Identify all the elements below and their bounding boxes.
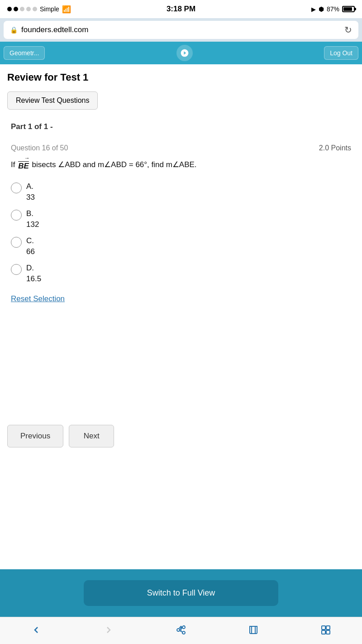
options-list: A. 33 B. 132 C. 66 — [11, 182, 351, 284]
option-a-label: A. — [26, 182, 33, 191]
review-test-questions-button[interactable]: Review Test Questions — [7, 91, 98, 110]
url-text: 🔒 founders.edtell.com — [10, 25, 88, 34]
option-d-label: D. — [26, 264, 34, 272]
status-bar: Simple 📶 3:18 PM ▶ ⬢ 87% — [0, 0, 362, 18]
switch-to-full-view-button[interactable]: Switch to Full View — [84, 580, 278, 606]
option-d[interactable]: D. 16.5 — [11, 264, 351, 284]
question-text-before: If — [11, 160, 17, 169]
share-button[interactable] — [170, 621, 192, 639]
reload-icon[interactable]: ↻ — [344, 24, 352, 35]
option-d-value: 16.5 — [26, 274, 41, 284]
option-c-label: C. — [26, 236, 34, 245]
nav-center-icon — [176, 45, 193, 61]
svg-rect-3 — [322, 626, 325, 630]
question-points: 2.0 Points — [319, 144, 351, 152]
status-right: ▶ ⬢ 87% — [311, 5, 355, 13]
part-label: Part 1 of 1 - — [11, 122, 355, 131]
svg-rect-6 — [326, 630, 330, 634]
dot-1 — [7, 7, 12, 11]
status-time: 3:18 PM — [167, 5, 195, 14]
option-a[interactable]: A. 33 — [11, 182, 351, 202]
radio-c[interactable] — [11, 237, 22, 248]
url-display: founders.edtell.com — [21, 25, 88, 34]
dot-5 — [33, 7, 37, 11]
dot-2 — [14, 7, 18, 11]
dot-4 — [26, 7, 31, 11]
question-container: Question 16 of 50 2.0 Points If → BE bis… — [7, 144, 355, 303]
url-bar-wrapper: 🔒 founders.edtell.com ↻ — [0, 18, 362, 42]
ray-notation: → BE — [18, 159, 29, 172]
question-number: Question 16 of 50 — [11, 144, 68, 152]
main-content: Review for Test 1 Review Test Questions … — [0, 64, 362, 412]
question-text: If → BE bisects ∠ABD and m∠ABD = 66°, fi… — [11, 159, 351, 172]
lock-icon: 🔒 — [10, 26, 18, 34]
radio-d[interactable] — [11, 264, 22, 275]
back-button[interactable] — [25, 621, 48, 639]
signal-dots — [7, 7, 37, 11]
bluetooth-icon: ⬢ — [319, 5, 324, 13]
radio-a[interactable] — [11, 183, 22, 193]
question-text-after: bisects ∠ABD and m∠ABD = 66°, find m∠ABE… — [30, 160, 197, 169]
wifi-icon: 📶 — [62, 5, 71, 14]
question-meta: Question 16 of 50 2.0 Points — [11, 144, 351, 152]
logout-button[interactable]: Log Out — [324, 46, 358, 60]
next-button[interactable]: Next — [69, 425, 114, 447]
battery-percent: 87% — [327, 5, 339, 13]
previous-button[interactable]: Previous — [7, 425, 63, 447]
status-left: Simple 📶 — [7, 5, 71, 14]
bookmarks-button[interactable] — [242, 621, 265, 639]
location-icon: ▶ — [311, 6, 316, 13]
svg-rect-5 — [322, 630, 325, 634]
battery-fill — [343, 7, 352, 11]
carrier-label: Simple — [40, 5, 59, 13]
option-b[interactable]: B. 132 — [11, 209, 351, 229]
option-b-value: 132 — [26, 220, 39, 229]
reset-selection-link[interactable]: Reset Selection — [11, 294, 65, 303]
dot-3 — [20, 7, 24, 11]
course-button[interactable]: Geometr... — [4, 46, 45, 60]
ray-arrow-symbol: → — [24, 154, 30, 162]
option-c[interactable]: C. 66 — [11, 236, 351, 256]
option-a-value: 33 — [26, 193, 35, 202]
battery-icon — [342, 6, 355, 12]
switch-footer: Switch to Full View — [0, 569, 362, 617]
forward-button[interactable] — [97, 621, 120, 639]
nav-header: Geometr... Log Out — [0, 42, 362, 64]
svg-rect-4 — [326, 626, 330, 630]
page-title: Review for Test 1 — [7, 72, 355, 83]
ios-bottom-bar — [0, 617, 362, 644]
option-c-value: 66 — [26, 247, 35, 256]
radio-b[interactable] — [11, 210, 22, 221]
tabs-button[interactable] — [314, 621, 337, 639]
nav-buttons: Previous Next — [0, 412, 362, 460]
option-b-label: B. — [26, 209, 33, 218]
url-bar[interactable]: 🔒 founders.edtell.com ↻ — [4, 21, 358, 39]
